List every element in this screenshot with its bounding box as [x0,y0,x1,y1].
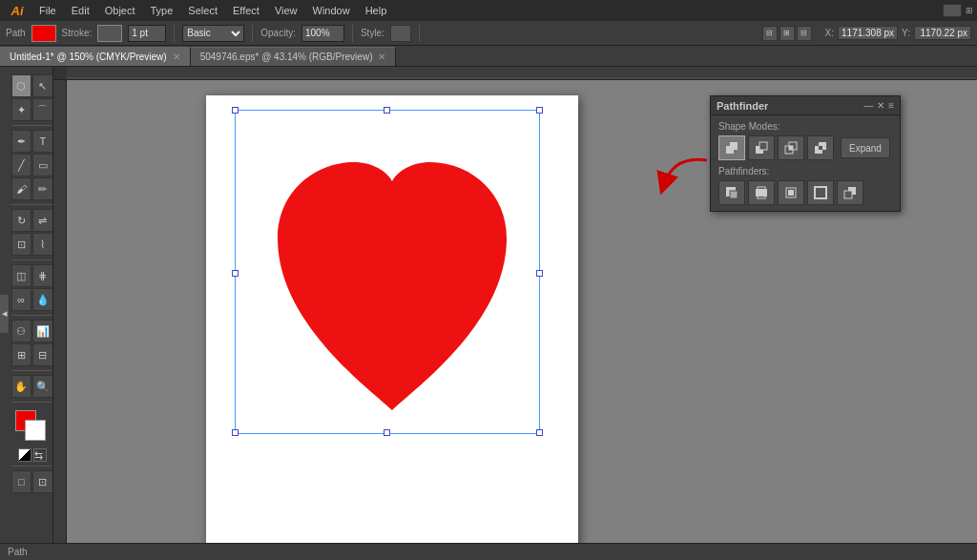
default-colors[interactable] [18,448,31,462]
panel-close[interactable]: ✕ [877,100,884,111]
eyedropper-tool[interactable]: 💧 [32,288,53,311]
opacity-input[interactable] [301,25,344,42]
svg-rect-19 [844,191,852,198]
line-tool[interactable]: ╱ [11,154,32,176]
options-bar: Path Stroke: Basic Opacity: Style: ⊟ ⊞ ⊟… [0,21,977,46]
stroke-width-input[interactable] [128,25,166,42]
panel-menu[interactable]: ≡ [888,100,894,111]
panel-controls: — ✕ ≡ [863,100,894,111]
stroke-label: Stroke: [62,28,93,38]
handle-br[interactable] [536,429,543,436]
intersect-btn[interactable] [778,135,804,160]
tab-1[interactable]: 5049746.eps* @ 43.14% (RGB/Preview) ✕ [191,47,397,66]
zoom-tool[interactable]: 🔍 [32,375,53,398]
x-label: X: [825,28,834,38]
menu-type[interactable]: Type [144,0,180,21]
menu-effect[interactable]: Effect [226,0,266,21]
selection-tool[interactable]: ⬡ [11,74,32,97]
exclude-btn[interactable] [807,135,834,160]
lasso-tool[interactable]: ⌒ [32,98,53,121]
handle-tl[interactable] [232,107,239,114]
type-tool[interactable]: T [32,130,53,153]
symbol-tool[interactable]: ⚇ [11,320,32,342]
handle-bl[interactable] [232,429,239,436]
menu-select[interactable]: Select [181,0,224,21]
handle-bm[interactable] [384,429,390,436]
expand-btn[interactable]: Expand [841,137,890,158]
status-bar: Path [0,543,977,560]
menu-bar: Ai File Edit Object Type Select Effect V… [0,0,977,21]
tool-row-2: ✦ ⌒ [11,98,53,121]
minus-front-btn[interactable] [748,135,775,160]
magic-wand-tool[interactable]: ✦ [11,98,32,121]
reflect-tool[interactable]: ⇌ [32,209,53,232]
stroke-swatch[interactable] [97,25,122,42]
heart-shape[interactable] [239,114,545,439]
tab-1-close[interactable]: ✕ [378,52,385,62]
panel-minimize[interactable]: — [863,100,873,111]
rect-tool[interactable]: ▭ [32,154,53,176]
direct-select-tool[interactable]: ↖ [32,74,53,97]
minus-back-btn[interactable] [837,180,863,205]
svg-rect-17 [815,187,826,198]
shape-modes-label: Shape Modes: [718,121,892,132]
menu-window[interactable]: Window [306,0,357,21]
separator-2 [11,204,53,205]
outline-btn[interactable] [807,180,834,205]
x-value: 1171.308 px [838,26,898,40]
opacity-label: Opacity: [260,28,296,38]
arrange-icon2[interactable]: ⊟ [797,26,812,41]
menu-view[interactable]: View [268,0,304,21]
tab-0-close[interactable]: ✕ [173,52,180,62]
artboard [206,95,578,560]
warp-tool[interactable]: ⌇ [32,233,53,256]
ruler-left [53,80,67,560]
separator-1 [11,125,53,126]
unite-btn[interactable] [718,135,745,160]
menu-edit[interactable]: Edit [65,0,96,21]
scale-tool[interactable]: ⊡ [11,233,32,256]
merge-btn[interactable] [748,180,775,205]
tool-row-8: ◫ ⋕ [11,264,53,287]
handle-ml[interactable] [232,270,239,277]
slice-tool[interactable]: ⊟ [32,343,53,366]
swap-colors[interactable]: ⇆ [33,448,47,462]
crop-btn[interactable] [778,180,804,205]
align-icon[interactable]: ⊟ [762,26,778,41]
background-color[interactable] [25,420,46,441]
fill-swatch[interactable] [31,25,56,42]
paintbrush-tool[interactable]: 🖌 [11,177,32,200]
toolbar-collapse[interactable]: ◂ [0,295,10,333]
arrow-annotation [655,151,712,198]
normal-mode[interactable]: □ [11,470,32,493]
brush-select[interactable]: Basic [182,25,244,42]
style-icon[interactable] [390,25,411,42]
hand-tool[interactable]: ✋ [11,375,32,398]
pen-tool[interactable]: ✒ [11,130,32,153]
graph-tool[interactable]: 📊 [32,320,53,342]
trim-btn[interactable] [718,180,745,205]
divider2 [252,25,253,42]
arrange-icon: ⊞ [966,6,973,15]
status-text: Path [8,547,28,557]
tool-row-11: ⊞ ⊟ [11,343,53,366]
workspace-icon[interactable] [943,4,962,17]
blend-tool[interactable]: ∞ [11,288,32,311]
gradient-tool[interactable]: ◫ [11,264,32,287]
menu-help[interactable]: Help [359,0,394,21]
svg-rect-2 [730,142,738,150]
menu-file[interactable]: File [32,0,63,21]
menu-object[interactable]: Object [98,0,142,21]
handle-tm[interactable] [384,107,390,114]
screen-mode[interactable]: ⊡ [32,470,53,493]
svg-rect-12 [730,191,738,198]
mesh-tool[interactable]: ⋕ [32,264,53,287]
tab-0[interactable]: Untitled-1* @ 150% (CMYK/Preview) ✕ [0,47,191,66]
pencil-tool[interactable]: ✏ [32,177,53,200]
handle-tr[interactable] [536,107,543,114]
artboard-tool[interactable]: ⊞ [11,343,32,366]
handle-mr[interactable] [536,270,543,277]
distribute-icon[interactable]: ⊞ [780,26,795,41]
tool-row-12: ✋ 🔍 [11,375,53,398]
rotate-tool[interactable]: ↻ [11,209,32,232]
